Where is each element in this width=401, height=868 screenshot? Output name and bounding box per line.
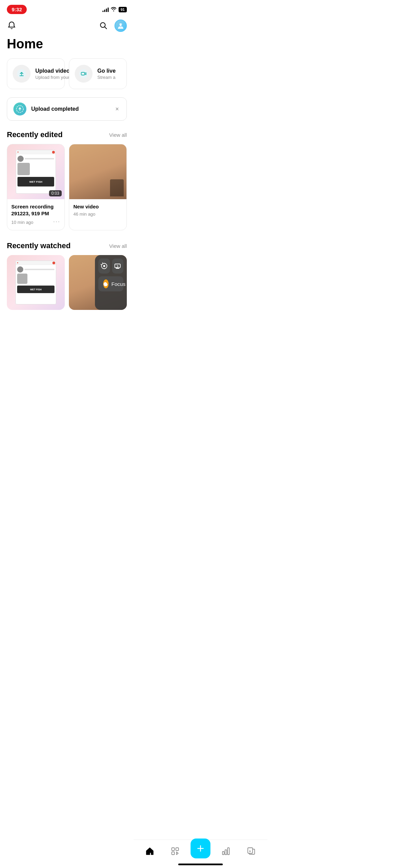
nav-right: [99, 20, 127, 32]
recently-edited-row: WET FISH 0:03 Screen recording 291223, 9…: [0, 144, 134, 239]
screen-recording-card[interactable]: WET FISH 0:03 Screen recording 291223, 9…: [7, 144, 65, 230]
new-video-thumb: [69, 144, 126, 199]
cc-focus-label: Focus: [111, 281, 125, 287]
silhouette: [110, 179, 124, 196]
battery-icon: 91: [119, 7, 127, 12]
go-live-text: Go live Stream a: [97, 68, 116, 80]
svg-point-4: [121, 25, 122, 25]
screen-recording-info: Screen recording 291223, 919 PM 10 min a…: [7, 199, 64, 230]
upload-banner-text: Upload completed: [31, 106, 109, 112]
action-cards: Upload video Upload from your device Go …: [0, 58, 134, 96]
upload-banner[interactable]: Upload completed ×: [7, 97, 127, 121]
new-video-title: New video: [73, 203, 122, 210]
svg-point-6: [79, 69, 88, 78]
signal-icon: [102, 7, 109, 12]
recently-edited-view-all[interactable]: View all: [109, 132, 127, 138]
screen-recording-more[interactable]: ···: [53, 218, 60, 225]
watched-thumb-1: WET FISH: [7, 255, 65, 310]
moon-icon: [103, 279, 109, 288]
recently-watched-header: Recently watched View all: [0, 239, 134, 255]
status-time: 9:32: [7, 5, 27, 14]
screen-recording-title: Screen recording 291223, 919 PM: [11, 203, 60, 217]
new-video-card[interactable]: New video 46 min ago: [69, 144, 127, 230]
page-title: Home: [0, 35, 134, 58]
new-video-info: New video 46 min ago: [69, 199, 126, 221]
top-nav: [0, 17, 134, 35]
watched-card-1[interactable]: WET FISH: [7, 255, 65, 310]
status-icons: 91: [102, 7, 127, 12]
upload-video-icon: [13, 65, 31, 83]
watched-card-2[interactable]: Focus: [69, 255, 127, 310]
screen-recording-meta: 10 min ago: [11, 220, 33, 225]
cc-lock-rotation[interactable]: [98, 258, 110, 274]
recently-edited-header: Recently edited View all: [0, 128, 134, 144]
recently-watched-view-all[interactable]: View all: [109, 243, 127, 249]
control-center-overlay: Focus: [95, 255, 127, 310]
go-live-icon: [75, 65, 93, 83]
avatar[interactable]: [114, 20, 127, 32]
svg-point-3: [119, 25, 120, 25]
svg-line-1: [105, 27, 107, 29]
recently-edited-title: Recently edited: [7, 130, 63, 139]
upload-video-card[interactable]: Upload video Upload from your device: [7, 58, 65, 89]
go-live-subtitle: Stream a: [97, 75, 116, 80]
svg-point-2: [119, 23, 122, 26]
recently-watched-row: WET FISH: [0, 255, 134, 318]
notifications-button[interactable]: [7, 21, 16, 31]
cc-screen-mirror[interactable]: [112, 258, 123, 274]
new-video-meta: 46 min ago: [73, 212, 122, 217]
cc-focus-button[interactable]: Focus: [98, 276, 123, 291]
recently-watched-title: Recently watched: [7, 241, 71, 250]
svg-point-10: [103, 265, 105, 267]
duration-badge: 0:03: [49, 190, 62, 196]
search-button[interactable]: [99, 21, 108, 31]
watched-thumb-2: Focus: [69, 255, 127, 310]
upload-banner-close[interactable]: ×: [114, 104, 120, 114]
screen-recording-thumb: WET FISH 0:03: [7, 144, 64, 199]
wifi-icon: [111, 7, 117, 12]
watched-inner-screen: WET FISH: [15, 261, 56, 304]
upload-complete-icon: [13, 103, 26, 116]
go-live-title: Go live: [97, 68, 116, 74]
go-live-card[interactable]: Go live Stream a: [69, 58, 127, 89]
cc-top-row: [98, 258, 123, 274]
status-bar: 9:32 91: [0, 0, 134, 17]
